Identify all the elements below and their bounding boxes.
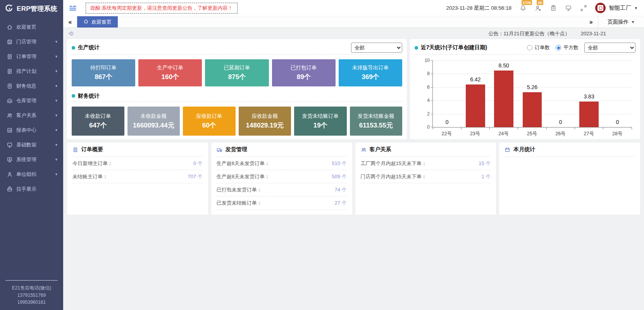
chart-radio-1[interactable]: 平方数 xyxy=(556,44,579,51)
info-value-link[interactable]: 74 个 xyxy=(334,186,346,193)
panel-shipping: 发货管理生产超6天未发货订单：510 个生产超8天未发货订单：509 个已打包未… xyxy=(211,143,352,215)
stat-card-value: 875个 xyxy=(228,72,246,81)
announcement-date: 2023-11-21 xyxy=(580,31,606,36)
info-value-link[interactable]: 15 个 xyxy=(479,160,491,167)
stat-card-value: 61153.55元 xyxy=(359,121,393,130)
app-title: ERP管理系统 xyxy=(17,4,57,13)
finance-stat-card[interactable]: 发货未结账订单19个 xyxy=(294,107,347,136)
chevron-down-icon: ▼ xyxy=(55,99,58,103)
info-label: 未结账主订单： xyxy=(72,173,108,180)
tabs-scroll-right-icon[interactable]: » xyxy=(584,16,598,28)
y-tick-label: 10 xyxy=(420,58,430,63)
info-label: 已发货未结账订单： xyxy=(217,200,262,207)
sidebar-item-basedata[interactable]: 基础数据▼ xyxy=(0,138,63,152)
chart-radio-0[interactable]: 订单数 xyxy=(527,44,550,51)
bell-icon[interactable]: 1726 xyxy=(520,5,527,12)
info-value-link[interactable]: 707 个 xyxy=(188,173,202,180)
sidebar-item-handshake[interactable]: 拉手展示▼ xyxy=(0,182,63,196)
user-menu[interactable]: 智能工厂 ▼ xyxy=(595,3,638,13)
user-notification-icon[interactable]: 20 xyxy=(535,5,542,12)
production-stat-card[interactable]: 已延期订单875个 xyxy=(205,59,269,86)
logo-swirl-icon xyxy=(4,3,14,14)
data-icon xyxy=(7,142,13,148)
announcement-link[interactable]: 公告：11月21日更新公告（晚十点） xyxy=(488,30,570,37)
finance-stat-card[interactable]: 未收款金额1660093.44元 xyxy=(127,107,180,136)
x-tick xyxy=(546,127,547,129)
finance-stat-card[interactable]: 应收款金额148029.19元 xyxy=(239,107,291,136)
tabs-scroll-left-icon[interactable]: « xyxy=(63,16,77,28)
production-stat-card[interactable]: 生产中订单160个 xyxy=(138,59,202,86)
sidebar-item-org[interactable]: 单位组织▼ xyxy=(0,167,63,182)
sidebar-item-finance[interactable]: 财务信息▼ xyxy=(0,79,63,93)
sidebar-item-label: 基础数据 xyxy=(16,141,55,148)
clipboard-icon[interactable] xyxy=(550,5,557,12)
sidebar-item-reports[interactable]: 报表中心▼ xyxy=(0,123,63,138)
report-icon xyxy=(7,127,13,133)
x-tick xyxy=(489,127,490,129)
chart-value-label: 0 xyxy=(603,119,632,125)
sidebar-item-label: 欢迎首页 xyxy=(16,24,55,31)
home-icon xyxy=(7,24,13,30)
info-row: 生产超6天未发货订单：510 个 xyxy=(217,157,347,170)
chevron-down-icon: ▼ xyxy=(55,114,58,117)
divider xyxy=(72,54,402,55)
page-actions-dropdown[interactable]: 页面操作 ▼ xyxy=(598,16,644,28)
info-label: 今日新增主订单： xyxy=(72,160,113,167)
finance-cards: 未收款订单647个未收款金额1660093.44元应收款订单60个应收款金额14… xyxy=(72,107,402,136)
production-stat-card[interactable]: 待打印订单867个 xyxy=(72,59,135,86)
panel-head: 客户关系 xyxy=(361,146,491,157)
finance-stat-card[interactable]: 未收款订单647个 xyxy=(72,107,124,136)
fullscreen-icon[interactable] xyxy=(580,5,587,12)
chart-slot: 8.50 xyxy=(490,61,518,127)
chart-slot: 0 xyxy=(433,61,461,127)
tab-welcome-home[interactable]: 欢迎首页 xyxy=(77,16,118,28)
sidebar-item-warehouse[interactable]: 仓库管理▼ xyxy=(0,93,63,108)
x-axis-label: 26号 xyxy=(546,131,575,137)
x-tick xyxy=(461,127,461,129)
sidebar-item-customers[interactable]: 客户关系▼ xyxy=(0,108,63,123)
content: 公告：11月21日更新公告（晚十点） 2023-11-21 生产统计 全部 待打… xyxy=(63,28,644,310)
panel-customer-relations: 客户关系工厂两个月内超15天未下单：15 个门店两个月内超15天未下单：1 个 xyxy=(355,143,496,215)
panel-head: 本月统计 xyxy=(505,146,635,157)
sidebar-item-welcome[interactable]: 欢迎首页▼ xyxy=(0,20,63,34)
x-axis-label: 23号 xyxy=(461,131,489,137)
chart-slot: 5.26 xyxy=(518,61,546,127)
y-tick-label: 4 xyxy=(420,98,430,103)
chevron-down-icon: ▼ xyxy=(55,40,58,44)
sidebar-item-orders[interactable]: 订单管理▼ xyxy=(0,49,63,64)
chart-filter-select[interactable]: 全部 xyxy=(584,43,635,53)
info-row: 门店两个月内超15天未下单：1 个 xyxy=(361,170,491,183)
chart-value-label: 3.83 xyxy=(575,93,603,100)
stat-card-value: 60个 xyxy=(202,121,216,130)
sidebar-item-schedule[interactable]: 排产计划▼ xyxy=(0,64,63,79)
tabbar-right: » 页面操作 ▼ xyxy=(584,16,644,28)
x-tick xyxy=(575,127,575,129)
finance-stat-card[interactable]: 应收款订单60个 xyxy=(183,107,236,136)
caret-down-icon: ▼ xyxy=(634,6,638,10)
sidebar-item-system[interactable]: 系统管理▼ xyxy=(0,152,63,167)
y-tick-label: 2 xyxy=(420,111,430,117)
sidebar-item-stores[interactable]: 门店管理▼ xyxy=(0,34,63,49)
main-area: 提醒:系统每周定期更新，请注意查阅更新公告，了解更新内容！ 2023-11-28… xyxy=(63,0,644,310)
radio-icon xyxy=(556,45,561,50)
sidebar-item-label: 仓库管理 xyxy=(16,97,55,104)
stat-card-label: 应收款订单 xyxy=(196,113,222,120)
tabbar: « 欢迎首页 » 页面操作 ▼ xyxy=(63,16,644,28)
info-value-link[interactable]: 510 个 xyxy=(332,160,346,167)
sidebar-item-label: 系统管理 xyxy=(16,156,55,163)
production-stat-card[interactable]: 未排版导出订单369个 xyxy=(339,59,402,86)
hamburger-menu-icon[interactable] xyxy=(69,4,77,12)
info-value-link[interactable]: 0 个 xyxy=(193,160,203,167)
chart-value-label: 5.26 xyxy=(518,84,546,90)
finance-stat-card[interactable]: 发货未结账金额61153.55元 xyxy=(350,107,403,136)
production-stat-card[interactable]: 已打包订单89个 xyxy=(272,59,336,86)
chart-body: 024681006.428.505.2603.830 22号23号24号25号2… xyxy=(432,61,632,137)
screen-icon[interactable] xyxy=(565,5,572,12)
warehouse-icon xyxy=(7,98,13,104)
production-filter-select[interactable]: 全部 xyxy=(351,43,402,53)
info-value-link[interactable]: 27 个 xyxy=(334,200,346,207)
avatar xyxy=(595,3,606,13)
info-label: 工厂两个月内超15天未下单： xyxy=(361,160,427,167)
info-value-link[interactable]: 1 个 xyxy=(481,173,491,180)
info-value-link[interactable]: 509 个 xyxy=(332,173,346,180)
